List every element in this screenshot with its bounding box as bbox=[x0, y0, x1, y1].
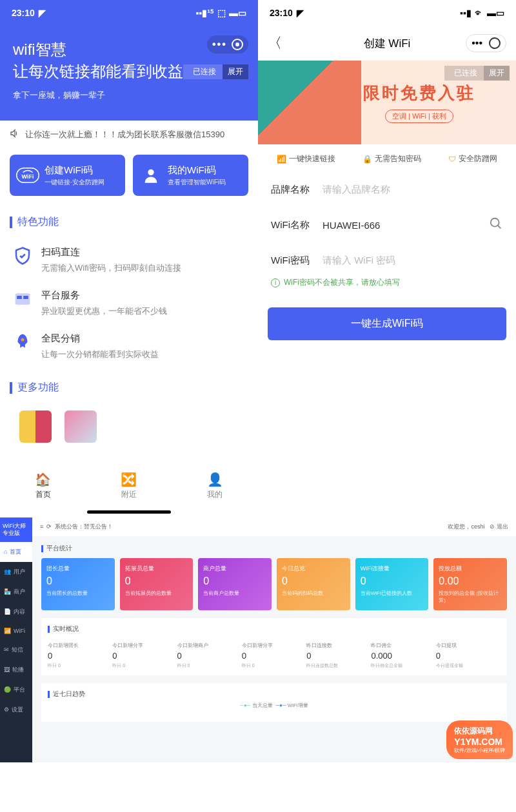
sidebar-item-2[interactable]: 🏪商户 bbox=[0, 582, 32, 602]
stat-card[interactable]: WiFi连接量0当前WiFi已链接的人数 bbox=[355, 558, 429, 610]
home-indicator bbox=[87, 510, 171, 514]
svg-rect-4 bbox=[17, 296, 22, 299]
sidebar: WiFi大师专业版 ⌂首页👥用户🏪商户📄内容📶WiFi✉短信🖼轮播🟢平台⚙设置 bbox=[0, 517, 32, 762]
sidebar-item-4[interactable]: 📶WiFi bbox=[0, 622, 32, 640]
brand-field[interactable]: 品牌名称 请输入品牌名称 bbox=[258, 173, 516, 206]
sidebar-item-8[interactable]: ⚙设置 bbox=[0, 700, 32, 720]
menu-toggle-icon[interactable]: ≡ bbox=[40, 523, 43, 530]
wifi-name-value[interactable]: HUAWEI-666 bbox=[322, 220, 489, 231]
menu-dots-icon[interactable]: ••• bbox=[471, 37, 482, 49]
status-bar: 23:10◤ ▪▪▮ᯤ▬▭ bbox=[258, 0, 516, 26]
realtime-item: 今日新增分享0昨日 0 bbox=[112, 642, 177, 669]
realtime-item: 今日提现0今日提现金额 bbox=[436, 642, 501, 669]
wifi-name-field[interactable]: WiFi名称 HUAWEI-666 bbox=[258, 206, 516, 244]
section-trend-title: 近七日趋势 bbox=[48, 690, 501, 699]
watermark-badge: 依依源码网 Y1YM.COM 软件/游戏/小程序/棋牌 bbox=[446, 720, 513, 759]
nav-icon: ⚙ bbox=[4, 706, 9, 713]
card-subtitle: 一键链接·安全防蹭网 bbox=[45, 178, 104, 187]
stat-card[interactable]: 投放总额0.00投放到的总金额 (按收益计算) bbox=[433, 558, 507, 610]
tab-mine[interactable]: 👤我的 bbox=[207, 472, 223, 500]
tab-nearby[interactable]: 🔀附近 bbox=[121, 472, 137, 500]
status-bar: 23:10◤ ▪▪▮¹⁵⬚▬▭ bbox=[0, 0, 258, 26]
banner-illustration bbox=[258, 61, 361, 144]
search-icon[interactable] bbox=[489, 217, 503, 234]
realtime-item: 昨日佣金0.000昨日佣金总金额 bbox=[371, 642, 435, 669]
section-header-features: 特色功能 bbox=[0, 202, 258, 238]
bottom-tab-bar: 🏠首页 🔀附近 👤我的 bbox=[0, 462, 258, 505]
top-bar: ≡ ⟳ 系统公告：暂无公告！ 欢迎您，ceshi⊘ 退出 bbox=[32, 517, 516, 536]
service-icon bbox=[13, 289, 32, 309]
svg-point-2 bbox=[148, 169, 154, 175]
conn-status-text: 已连接 bbox=[193, 67, 216, 76]
generate-button[interactable]: 一键生成WiFi码 bbox=[268, 307, 506, 340]
profile-icon: 👤 bbox=[207, 472, 223, 487]
miniprogram-capsule[interactable]: ••• bbox=[207, 35, 248, 53]
rocket-icon bbox=[13, 333, 32, 352]
sidebar-item-5[interactable]: ✉短信 bbox=[0, 640, 32, 660]
nav-bar: 〈 创建 WiFi ••• bbox=[258, 26, 516, 61]
security-hint: i WiFi密码不会被共享，请放心填写 bbox=[258, 277, 516, 301]
back-icon[interactable]: 〈 bbox=[268, 34, 282, 53]
close-target-icon[interactable] bbox=[232, 39, 243, 50]
refresh-icon[interactable]: ⟳ bbox=[46, 523, 52, 530]
banner-title: 限时免费入驻 bbox=[363, 82, 475, 104]
feature-distribution[interactable]: 全民分销让每一次分销都能看到实际收益 bbox=[0, 325, 258, 368]
stat-card[interactable]: 拓展员总量0当前拓展员的总数量 bbox=[120, 558, 194, 610]
sidebar-item-3[interactable]: 📄内容 bbox=[0, 602, 32, 622]
sidebar-item-6[interactable]: 🖼轮播 bbox=[0, 660, 32, 680]
wifi-pwd-field[interactable]: WiFi密码 请输入 WiFi 密码 bbox=[258, 244, 516, 277]
close-target-icon[interactable] bbox=[489, 37, 501, 49]
home-icon: 🏠 bbox=[35, 472, 51, 487]
svg-text:WiFi: WiFi bbox=[22, 173, 34, 180]
create-wifi-card[interactable]: WiFi 创建WiFi码一键链接·安全防蹭网 bbox=[10, 155, 125, 196]
trend-panel: 近七日趋势 ─●─ 当天总量 ─●─ WiFi增量 bbox=[41, 683, 507, 722]
section-stats-title: 平台统计 bbox=[32, 536, 516, 558]
phone-screen-home: 23:10◤ ▪▪▮¹⁵⬚▬▭ ••• 已连接 展开 wifi智慧让每次链接都能… bbox=[0, 0, 258, 517]
hero-section: 23:10◤ ▪▪▮¹⁵⬚▬▭ ••• 已连接 展开 wifi智慧让每次链接都能… bbox=[0, 0, 258, 121]
connection-badge[interactable]: 已连接 展开 bbox=[444, 66, 510, 81]
expand-button[interactable]: 展开 bbox=[223, 64, 248, 79]
announcement-marquee: 让你连一次就上瘾！！！成为团长联系客服微信15390 bbox=[0, 121, 258, 148]
sidebar-item-0[interactable]: ⌂首页 bbox=[0, 542, 32, 562]
stat-card[interactable]: 团长总量0当前团长的总数量 bbox=[41, 558, 115, 610]
nav-icon: 🏪 bbox=[4, 588, 11, 595]
more-avatars bbox=[0, 404, 258, 449]
announcement-text: 暂无公告！ bbox=[84, 523, 113, 530]
logout-button[interactable]: ⊘ 退出 bbox=[490, 523, 508, 531]
location-icon: ◤ bbox=[297, 8, 304, 18]
avatar-item[interactable] bbox=[64, 411, 97, 443]
nav-icon: 📄 bbox=[4, 608, 11, 615]
realtime-item: 今日新增分享0昨日 0 bbox=[242, 642, 306, 669]
stat-cards: 团长总量0当前团长的总数量拓展员总量0当前拓展员的总数量商户总量0当前商户总数量… bbox=[32, 558, 516, 610]
stat-card[interactable]: 商户总量0当前商户总数量 bbox=[198, 558, 272, 610]
pwd-input[interactable]: 请输入 WiFi 密码 bbox=[322, 255, 503, 267]
nav-icon: 🟢 bbox=[4, 686, 11, 693]
menu-dots-icon[interactable]: ••• bbox=[212, 39, 225, 50]
feature-platform[interactable]: 平台服务异业联盟更优惠，一年能省不少钱 bbox=[0, 282, 258, 325]
stat-card[interactable]: 今日总览0当前码的扫码总数 bbox=[277, 558, 350, 610]
avatar-item[interactable] bbox=[19, 411, 52, 443]
svg-point-7 bbox=[491, 218, 499, 227]
lock-icon: 🔒 bbox=[362, 155, 372, 164]
expand-button[interactable]: 展开 bbox=[484, 66, 510, 81]
feature-scan[interactable]: 扫码直连无需输入Wifi密码，扫码即刻自动连接 bbox=[0, 238, 258, 282]
promo-banner[interactable]: 已连接 展开 限时免费入驻 空调 | WiFi | 获利 bbox=[258, 61, 516, 144]
brand-input[interactable]: 请输入品牌名称 bbox=[322, 184, 503, 196]
sidebar-item-1[interactable]: 👥用户 bbox=[0, 562, 32, 582]
admin-dashboard: WiFi大师专业版 ⌂首页👥用户🏪商户📄内容📶WiFi✉短信🖼轮播🟢平台⚙设置 … bbox=[0, 517, 516, 762]
my-wifi-card[interactable]: 我的WiFi码查看管理智能WiFi码 bbox=[133, 155, 248, 196]
connection-badge[interactable]: 已连接 展开 bbox=[183, 64, 248, 79]
sidebar-item-7[interactable]: 🟢平台 bbox=[0, 680, 32, 700]
card-subtitle: 查看管理智能WiFi码 bbox=[168, 178, 226, 187]
wifi-status-icon: ᯤ bbox=[475, 8, 484, 18]
banner-tags: 空调 | WiFi | 获利 bbox=[385, 110, 453, 123]
realtime-item: 今日新增商户0昨日 0 bbox=[177, 642, 242, 669]
logo: WiFi大师专业版 bbox=[0, 517, 32, 542]
tab-home[interactable]: 🏠首页 bbox=[35, 472, 51, 500]
svg-point-6 bbox=[21, 338, 25, 342]
miniprogram-capsule[interactable]: ••• bbox=[466, 34, 506, 52]
card-title: 我的WiFi码 bbox=[168, 164, 226, 177]
wifi-icon: 📶 bbox=[277, 155, 286, 164]
nav-icon: 👥 bbox=[4, 568, 11, 575]
nav-icon: 🖼 bbox=[4, 666, 10, 673]
